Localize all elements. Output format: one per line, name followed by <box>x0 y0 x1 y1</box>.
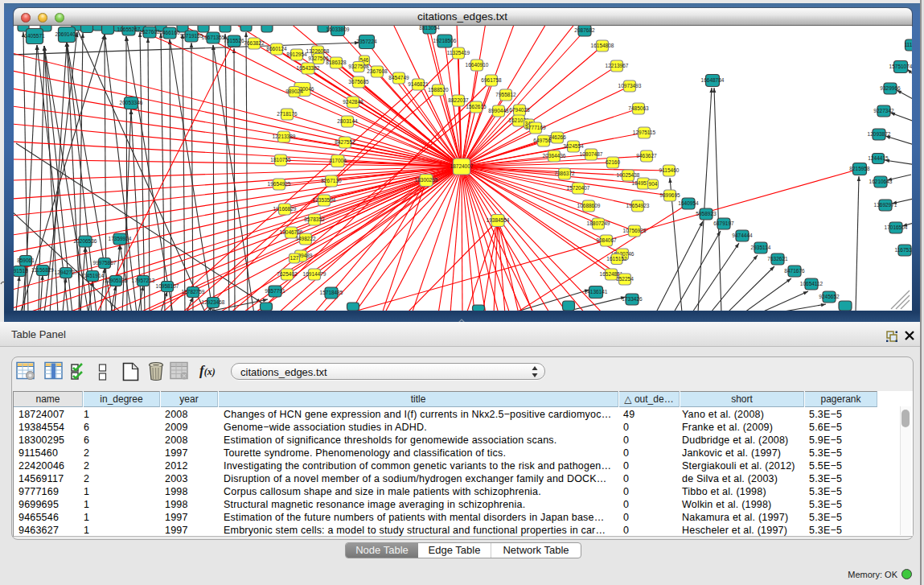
svg-text:9115460: 9115460 <box>659 167 680 173</box>
svg-text:8454749: 8454749 <box>388 75 409 80</box>
svg-text:62160: 62160 <box>606 159 620 165</box>
svg-text:3498222: 3498222 <box>295 236 316 241</box>
svg-text:8215958: 8215958 <box>849 166 870 171</box>
svg-text:15718485: 15718485 <box>320 290 343 295</box>
svg-text:12093872: 12093872 <box>868 131 891 137</box>
svg-text:18300295: 18300295 <box>415 177 438 183</box>
svg-text:10973493: 10973493 <box>618 83 642 89</box>
svg-text:3675685: 3675685 <box>348 79 369 84</box>
svg-text:8822037: 8822037 <box>448 97 469 103</box>
svg-text:19654925: 19654925 <box>268 181 291 187</box>
svg-text:16782759: 16782759 <box>182 289 205 295</box>
svg-text:9084067: 9084067 <box>596 237 617 243</box>
svg-text:20691406: 20691406 <box>55 31 79 37</box>
svg-text:7625402: 7625402 <box>277 271 298 277</box>
svg-text:7632621: 7632621 <box>767 256 788 262</box>
svg-text:9146821: 9146821 <box>408 81 429 87</box>
svg-text:16154808: 16154808 <box>591 43 614 48</box>
svg-text:6794028: 6794028 <box>509 107 530 113</box>
svg-text:12923468: 12923468 <box>202 299 225 305</box>
svg-text:13692971: 13692971 <box>874 202 897 208</box>
svg-text:10807487: 10807487 <box>580 151 603 157</box>
svg-text:1244415: 1244415 <box>868 155 889 161</box>
svg-text:12942737: 12942737 <box>55 270 78 275</box>
svg-text:127: 127 <box>290 255 299 261</box>
svg-text:16640910: 16640910 <box>466 62 489 68</box>
svg-text:2087682: 2087682 <box>574 27 595 33</box>
svg-text:9242848: 9242848 <box>343 99 363 105</box>
svg-text:10958107: 10958107 <box>156 283 179 289</box>
svg-text:2718176: 2718176 <box>277 111 298 117</box>
svg-text:1167533: 1167533 <box>895 247 912 253</box>
svg-text:8427552: 8427552 <box>335 139 355 145</box>
svg-text:16210643: 16210643 <box>869 179 893 184</box>
svg-text:10688609: 10688609 <box>577 203 601 208</box>
svg-text:1588520: 1588520 <box>428 87 449 93</box>
svg-text:16671355: 16671355 <box>202 35 225 40</box>
svg-text:1615152: 1615152 <box>606 256 627 262</box>
svg-text:12213389: 12213389 <box>273 134 296 139</box>
svg-text:9463627: 9463627 <box>636 153 657 159</box>
svg-text:10025438: 10025438 <box>617 172 640 178</box>
svg-text:18807249: 18807249 <box>587 220 610 226</box>
svg-text:9245652: 9245652 <box>819 294 840 299</box>
svg-text:6879197: 6879197 <box>713 220 734 226</box>
svg-text:14136141: 14136141 <box>585 289 608 295</box>
svg-text:5958923: 5958923 <box>696 211 717 216</box>
svg-text:7663822: 7663822 <box>244 40 265 46</box>
svg-text:1733426: 1733426 <box>622 296 643 302</box>
svg-text:8578352: 8578352 <box>304 216 325 222</box>
svg-text:9227342: 9227342 <box>873 108 894 113</box>
svg-text:11325419: 11325419 <box>447 50 470 56</box>
svg-text:7386372: 7386372 <box>554 171 575 176</box>
svg-text:12905135: 12905135 <box>105 278 128 283</box>
svg-text:19166829: 19166829 <box>273 206 297 212</box>
svg-text:9899695: 9899695 <box>659 192 680 198</box>
svg-text:10654112: 10654112 <box>800 281 823 286</box>
svg-text:16914479: 16914479 <box>303 271 326 277</box>
svg-text:18724007: 18724007 <box>450 163 474 169</box>
svg-text:1405571: 1405571 <box>24 33 45 39</box>
svg-text:2803144: 2803144 <box>337 118 358 124</box>
svg-text:8660124: 8660124 <box>266 46 287 51</box>
svg-text:16033809: 16033809 <box>326 27 350 32</box>
svg-text:6466160: 6466160 <box>159 30 180 35</box>
svg-text:9329966: 9329966 <box>880 85 901 91</box>
svg-text:20053346: 20053346 <box>120 100 143 105</box>
svg-text:1810755: 1810755 <box>270 157 291 163</box>
svg-text:7357224: 7357224 <box>356 39 377 44</box>
svg-text:989024: 989024 <box>285 89 303 94</box>
svg-text:8471676: 8471676 <box>784 268 805 274</box>
svg-text:15751074: 15751074 <box>889 64 912 69</box>
svg-text:252254: 252254 <box>616 276 634 282</box>
svg-text:12975115: 12975115 <box>633 130 656 135</box>
svg-text:2935114: 2935114 <box>751 245 771 250</box>
svg-text:8990448: 8990448 <box>488 108 509 113</box>
svg-text:859061: 859061 <box>17 257 35 263</box>
svg-text:15720407: 15720407 <box>567 185 590 191</box>
svg-text:11156829: 11156829 <box>31 267 54 273</box>
svg-text:20206536: 20206536 <box>74 238 97 244</box>
svg-text:19218506: 19218506 <box>433 38 457 43</box>
svg-text:7955812: 7955812 <box>495 92 516 97</box>
svg-text:9327508: 9327508 <box>348 64 369 69</box>
svg-text:12213967: 12213967 <box>606 63 629 68</box>
svg-text:17957213: 17957213 <box>132 278 155 283</box>
svg-text:10655267: 10655267 <box>117 27 141 32</box>
svg-text:17359924: 17359924 <box>109 236 132 241</box>
svg-text:8813054: 8813054 <box>419 26 440 31</box>
svg-text:99975867: 99975867 <box>93 260 117 266</box>
svg-text:1640954: 1640954 <box>678 200 699 206</box>
svg-text:10719155: 10719155 <box>180 33 203 39</box>
svg-text:417004: 417004 <box>329 158 347 163</box>
svg-text:19654923: 19654923 <box>626 203 650 208</box>
svg-text:11451914: 11451914 <box>81 273 105 278</box>
svg-text:8912954: 8912954 <box>286 51 307 57</box>
svg-text:9857791: 9857791 <box>265 288 285 294</box>
svg-text:11124: 11124 <box>904 42 912 47</box>
svg-text:20364436: 20364436 <box>543 153 566 159</box>
svg-text:10756928: 10756928 <box>623 228 647 233</box>
svg-text:7485063: 7485063 <box>628 105 649 111</box>
svg-text:19384554: 19384554 <box>487 217 510 223</box>
svg-text:1562615: 1562615 <box>466 104 487 109</box>
